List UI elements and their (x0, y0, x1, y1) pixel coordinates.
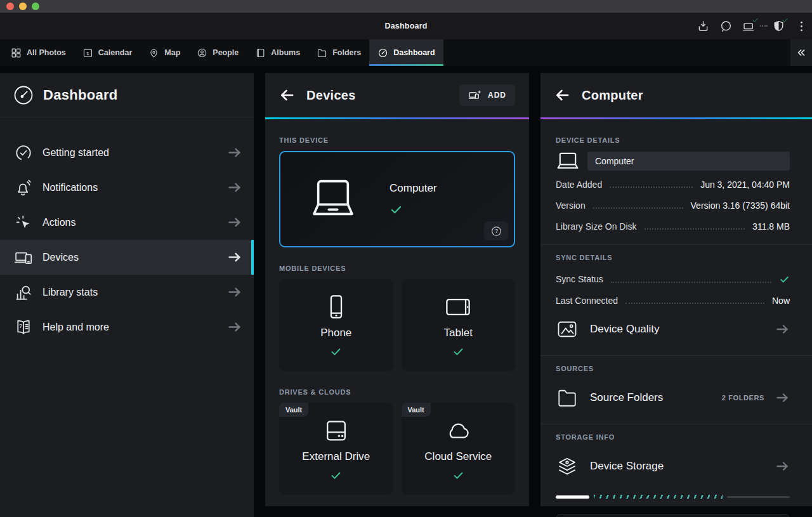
section-label-storage-info: STORAGE INFO (556, 433, 790, 441)
detail-row-version: Version Version 3.16 (7335) 64bit (556, 195, 790, 216)
sidebar-item-getting-started[interactable]: Getting started (0, 135, 254, 170)
divider (540, 424, 812, 424)
section-label-mobile-devices: MOBILE DEVICES (279, 265, 515, 272)
arrow-right-icon (226, 249, 242, 265)
tab-label: Map (164, 48, 180, 57)
sidebar-item-notifications[interactable]: Notifications (0, 170, 254, 205)
source-folders-row[interactable]: Source Folders 2 FOLDERS (556, 379, 790, 416)
clear-cache-button[interactable]: Clear Cache (556, 514, 790, 517)
zoom-window-button[interactable] (32, 3, 39, 10)
sidebar-item-label: Library stats (43, 287, 226, 298)
detail-row-sync-status: Sync Status (556, 268, 790, 290)
sidebar-title: Dashboard (43, 87, 118, 103)
sidebar-item-label: Help and more (43, 322, 226, 333)
dotted-leader (593, 207, 683, 209)
tab-dashboard[interactable]: Dashboard (369, 39, 443, 66)
folder-icon (556, 386, 579, 409)
device-card-external-drive[interactable]: Vault External Drive (279, 403, 393, 495)
device-name-input[interactable] (587, 152, 790, 171)
cursor-click-icon (14, 213, 33, 232)
devices-panel-header: Devices ADD (265, 73, 529, 117)
sidebar-header: Dashboard (0, 73, 254, 117)
close-window-button[interactable] (6, 3, 14, 10)
arrow-right-icon (775, 459, 790, 474)
arrow-right-icon (775, 390, 790, 405)
divider (540, 244, 812, 245)
detail-label: Date Added (556, 180, 602, 190)
devices-panel: Devices ADD THIS DEVICE Computer (265, 73, 529, 506)
detail-label: Last Connected (556, 296, 618, 306)
tab-all-photos[interactable]: All Photos (3, 39, 74, 66)
back-arrow-icon[interactable] (279, 87, 296, 103)
detail-label: Sync Status (556, 274, 603, 284)
collapse-panel-button[interactable] (790, 39, 812, 66)
tab-label: Albums (271, 48, 300, 57)
folders-count-badge: 2 FOLDERS (722, 394, 764, 402)
clock-check-icon (14, 143, 33, 162)
detail-value: 311.8 MB (752, 221, 790, 232)
panel-accent-line (265, 117, 529, 119)
synced-check-icon (452, 469, 464, 481)
album-icon (255, 48, 266, 58)
section-label-sync-details: SYNC DETAILS (556, 254, 790, 261)
laptop-sync-icon[interactable] (742, 20, 756, 33)
device-card-name: External Drive (302, 450, 370, 463)
detail-panel-title: Computer (582, 88, 643, 103)
window-title: Dashboard (384, 22, 427, 30)
dotted-leader (611, 282, 771, 283)
add-device-icon (468, 90, 482, 100)
section-label-sources: SOURCES (556, 365, 790, 372)
tabbar-spacer (443, 39, 790, 66)
book-help-icon: ? (14, 318, 33, 337)
question-circle-icon: ? (490, 225, 502, 237)
laptop-phone-icon (14, 248, 33, 267)
panel-accent-line (540, 117, 812, 119)
sync-connection-dots (760, 25, 768, 27)
synced-check-icon (330, 346, 342, 358)
add-device-button[interactable]: ADD (459, 84, 515, 106)
chat-icon[interactable] (719, 20, 733, 33)
device-card-tablet[interactable]: Tablet (402, 279, 516, 371)
laptop-icon (556, 151, 580, 171)
divider (540, 355, 812, 356)
detail-row-library-size: Library Size On Disk 311.8 MB (556, 216, 790, 237)
bell-icon (14, 178, 33, 197)
detail-label: Library Size On Disk (556, 221, 637, 232)
tab-label: All Photos (27, 48, 66, 57)
map-pin-icon (148, 48, 159, 58)
sidebar-item-library-stats[interactable]: Library stats (0, 275, 254, 310)
arrow-right-icon (775, 322, 790, 337)
sidebar-item-label: Notifications (43, 182, 226, 193)
storage-free-segment (727, 496, 790, 498)
dotted-leader (610, 187, 693, 188)
import-icon[interactable] (697, 20, 710, 33)
chart-magnifier-icon (14, 283, 33, 302)
synced-check-icon (330, 469, 342, 481)
device-card-computer[interactable]: Computer ? (279, 151, 515, 247)
tab-map[interactable]: Map (140, 39, 188, 66)
storage-usage-bar (556, 495, 790, 499)
synced-check-icon (452, 346, 464, 358)
sidebar-item-actions[interactable]: Actions (0, 205, 254, 240)
shield-icon[interactable] (772, 20, 785, 33)
shield-check-icon (782, 16, 789, 23)
minimize-window-button[interactable] (19, 3, 27, 10)
device-storage-row[interactable]: Device Storage (556, 448, 790, 485)
tab-people[interactable]: People (188, 39, 247, 66)
detail-value: Version 3.16 (7335) 64bit (691, 200, 790, 211)
sidebar-item-devices[interactable]: Devices (0, 240, 254, 275)
help-button[interactable]: ? (484, 221, 508, 240)
tab-albums[interactable]: Albums (247, 39, 308, 66)
main-content: Dashboard Getting started Notifications (0, 66, 812, 517)
back-arrow-icon[interactable] (554, 87, 571, 103)
double-chevron-left-icon (796, 47, 807, 58)
sidebar-item-label: Getting started (43, 147, 226, 159)
kebab-menu-icon[interactable] (795, 20, 808, 33)
sidebar-item-help[interactable]: ? Help and more (0, 310, 254, 344)
tab-folders[interactable]: Folders (308, 39, 369, 66)
device-card-cloud-service[interactable]: Vault Cloud Service (402, 403, 516, 495)
device-card-phone[interactable]: Phone (279, 279, 393, 371)
add-button-label: ADD (488, 91, 506, 100)
tab-calendar[interactable]: 1 Calendar (74, 39, 141, 66)
device-quality-row[interactable]: Device Quality (556, 311, 790, 348)
